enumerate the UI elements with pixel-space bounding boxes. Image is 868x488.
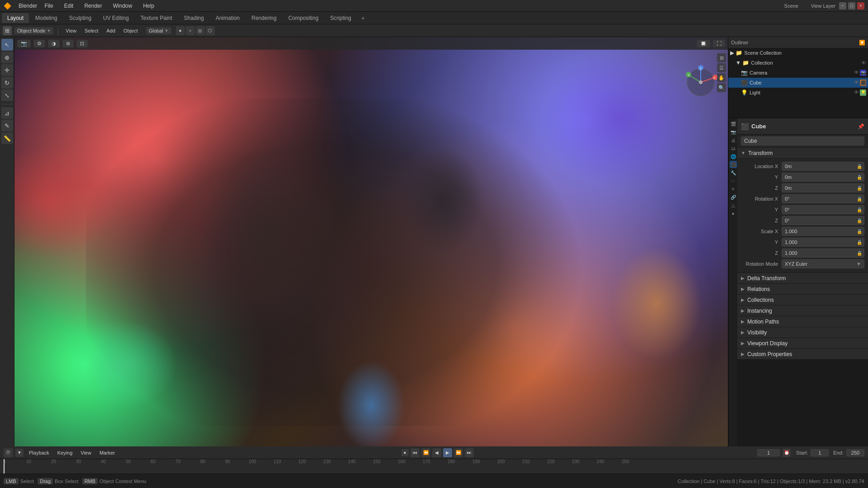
view-menu-timeline[interactable]: View (78, 449, 94, 456)
minimize-button[interactable]: − (839, 2, 846, 9)
tab-scripting[interactable]: Scripting (325, 13, 357, 23)
keying-menu[interactable]: Keying (55, 449, 75, 456)
close-button[interactable]: × (857, 2, 864, 9)
scale-z-lock[interactable]: 🔒 (857, 251, 862, 256)
select-menu[interactable]: Select (82, 27, 101, 34)
relations-section-header[interactable]: ▶ Relations (737, 284, 868, 295)
viewport-tool-1[interactable]: ⊞ (717, 53, 726, 62)
timeline-menu-icon[interactable]: ▼ (15, 449, 24, 457)
location-y-value[interactable]: 0m 🔒 (782, 173, 864, 182)
scale-y-lock[interactable]: 🔒 (857, 240, 862, 245)
viewport-overlay-btn[interactable]: ⊛ (62, 40, 74, 47)
play-reverse-button[interactable]: ◀ (432, 448, 441, 457)
jump-start-button[interactable]: ⏮ (410, 448, 420, 457)
transform-section-header[interactable]: ▼ Transform (737, 148, 868, 159)
viewport-display-section-header[interactable]: ▶ Viewport Display (737, 338, 868, 349)
viewport-camera-btn[interactable]: 📷 (17, 40, 31, 47)
viewport-fullscreen[interactable]: ⛶ (713, 40, 725, 47)
prop-tab-physics[interactable]: ⚛ (730, 185, 737, 192)
transform-dropdown[interactable]: Global▼ (146, 27, 171, 34)
light-render-icon[interactable]: 💡 (860, 89, 866, 96)
layout-icon[interactable]: ⊞ (3, 26, 12, 35)
location-x-lock[interactable]: 🔒 (857, 164, 862, 169)
3d-viewport[interactable]: 📷 ⚙ ◑ ⊛ ⊡ 🔲 (14, 37, 728, 446)
scale-y-value[interactable]: 1.000 🔒 (782, 238, 864, 247)
viewport-render-btn[interactable]: ⚙ (33, 40, 45, 47)
select-tool[interactable]: ↖ (1, 39, 13, 51)
viewport-shading-material[interactable]: ○ (186, 26, 195, 35)
scale-x-lock[interactable]: 🔒 (857, 229, 862, 234)
step-forward-button[interactable]: ⏩ (454, 448, 463, 457)
tab-rendering[interactable]: Rendering (246, 13, 282, 23)
cube-render-icon[interactable]: ⬛ (860, 80, 866, 86)
prop-tab-modifiers[interactable]: 🔧 (730, 169, 737, 176)
camera-eye-icon[interactable]: 👁 (854, 70, 859, 76)
viewport-shading-wireframe[interactable]: ⬡ (206, 26, 215, 35)
menu-help[interactable]: Help (139, 2, 158, 10)
prop-tab-object[interactable]: ⬛ (730, 161, 737, 168)
location-z-lock[interactable]: 🔒 (857, 186, 862, 191)
step-back-button[interactable]: ⏪ (421, 448, 430, 457)
marker-menu[interactable]: Marker (97, 449, 118, 456)
camera-render-icon[interactable]: 📷 (860, 70, 866, 76)
scale-x-value[interactable]: 1.000 🔒 (782, 227, 864, 236)
rotation-x-lock[interactable]: 🔒 (857, 197, 862, 202)
prop-tab-particles[interactable]: ·:· (730, 177, 737, 184)
viewport-xray-btn[interactable]: ⊡ (76, 40, 88, 47)
viewport-shading-btn[interactable]: ◑ (48, 40, 60, 47)
menu-edit[interactable]: Edit (61, 2, 77, 10)
custom-properties-section-header[interactable]: ▶ Custom Properties (737, 349, 868, 360)
play-button[interactable]: ▶ (443, 448, 452, 457)
outliner-row-collection[interactable]: ▼ 📁 Collection 👁 (728, 58, 868, 68)
prop-tab-view-layer[interactable]: 🗂 (730, 145, 737, 152)
light-eye-icon[interactable]: 👁 (854, 89, 859, 96)
record-button[interactable]: ● (401, 449, 409, 456)
view-menu[interactable]: View (63, 27, 79, 34)
motion-paths-section-header[interactable]: ▶ Motion Paths (737, 316, 868, 327)
collections-section-header[interactable]: ▶ Collections (737, 295, 868, 305)
menu-window[interactable]: Window (109, 2, 136, 10)
maximize-button[interactable]: □ (848, 2, 855, 9)
transform-tool[interactable]: ⊿ (1, 107, 13, 119)
delta-transform-header[interactable]: ▶ Delta Transform (737, 273, 868, 284)
tab-uv-editing[interactable]: UV Editing (98, 13, 134, 23)
tab-shading[interactable]: Shading (179, 13, 209, 23)
tab-animation[interactable]: Animation (210, 13, 245, 23)
collection-eye-icon[interactable]: 👁 (861, 60, 866, 66)
menu-render[interactable]: Render (80, 2, 105, 10)
rotation-z-value[interactable]: 0° 🔒 (782, 216, 864, 225)
tab-layout[interactable]: Layout (2, 13, 29, 23)
outliner-row-light[interactable]: 💡 Light 👁 💡 (728, 88, 868, 98)
add-workspace-button[interactable]: + (358, 14, 368, 23)
scale-z-value[interactable]: 1.000 🔒 (782, 249, 864, 258)
object-menu[interactable]: Object (121, 27, 141, 34)
prop-tab-constraints[interactable]: 🔗 (730, 193, 737, 201)
measure-tool[interactable]: 📏 (1, 132, 13, 144)
add-menu[interactable]: Add (104, 27, 118, 34)
rotation-x-value[interactable]: 0° 🔒 (782, 194, 864, 203)
tab-compositing[interactable]: Compositing (283, 13, 324, 23)
location-y-lock[interactable]: 🔒 (857, 175, 862, 180)
outliner-row-cube[interactable]: ⬛ Cube 👁 ⬛ (728, 78, 868, 88)
rotation-z-lock[interactable]: 🔒 (857, 218, 862, 223)
tab-sculpting[interactable]: Sculpting (64, 13, 97, 23)
rotate-tool[interactable]: ↻ (1, 77, 13, 89)
frame-jump-icon[interactable]: ⏰ (783, 449, 791, 457)
prop-header-pin[interactable]: 📌 (858, 123, 864, 130)
viewport-shading-rendered[interactable]: ◎ (196, 26, 205, 35)
current-frame-input[interactable]: 1 (757, 449, 780, 456)
instancing-section-header[interactable]: ▶ Instancing (737, 305, 868, 316)
prop-tab-output[interactable]: 🖨 (730, 136, 737, 144)
prop-tab-materials[interactable]: ● (730, 210, 737, 217)
move-tool[interactable]: ✛ (1, 64, 13, 76)
rotation-mode-dropdown[interactable]: XYZ Euler ▼ (782, 259, 864, 268)
rotation-y-lock[interactable]: 🔒 (857, 207, 862, 212)
tab-texture-paint[interactable]: Texture Paint (135, 13, 178, 23)
object-mode-dropdown[interactable]: Object Mode▼ (14, 27, 53, 34)
viewport-tool-2[interactable]: ☰ (717, 63, 726, 72)
outliner-row-scene-collection[interactable]: ▶ 📁 Scene Collection (728, 48, 868, 58)
viewport-shading-solid[interactable]: ● (176, 26, 185, 35)
end-frame-input[interactable]: 250 (846, 449, 864, 456)
location-x-value[interactable]: 0m 🔒 (782, 162, 864, 171)
prop-tab-world[interactable]: 🌐 (730, 153, 737, 160)
